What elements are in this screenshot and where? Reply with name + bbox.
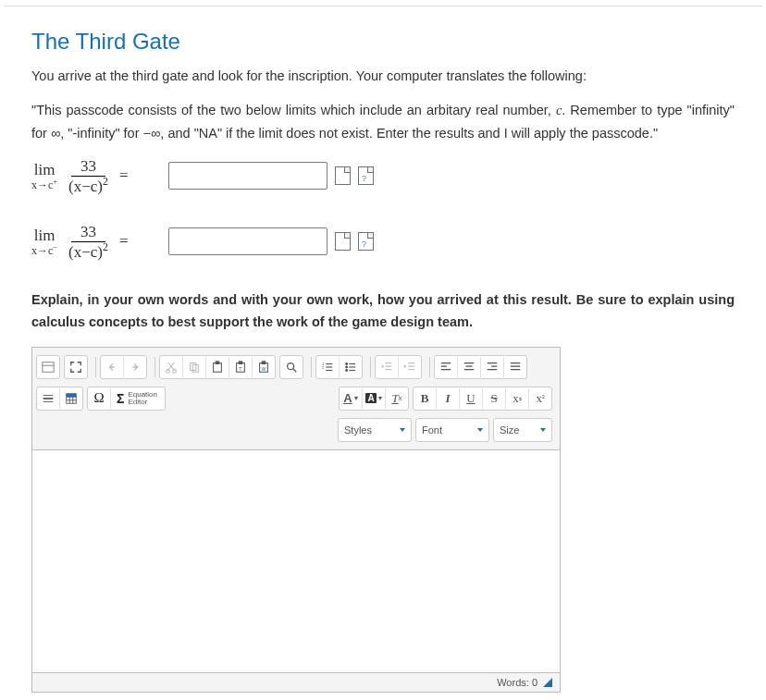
bg-color-button[interactable]: A▾ [362, 388, 385, 409]
bold-button[interactable]: B [414, 388, 436, 409]
rich-text-editor: T W 12 [31, 347, 561, 693]
align-right-icon[interactable] [480, 357, 503, 377]
editor-toolbar: T W 12 [32, 348, 560, 450]
help-answer-icon[interactable] [358, 232, 374, 251]
resize-grip-icon[interactable] [543, 678, 552, 687]
undo-icon[interactable] [101, 357, 123, 377]
italic-button[interactable]: I [436, 388, 459, 409]
superscript-button[interactable]: x² [528, 388, 551, 409]
help-answer-icon[interactable] [358, 166, 374, 185]
svg-point-26 [346, 369, 348, 371]
table-icon[interactable] [59, 388, 82, 409]
svg-rect-9 [239, 361, 242, 363]
copy-icon[interactable] [182, 357, 205, 377]
svg-rect-0 [43, 362, 54, 372]
passage-text: "This passcode consists of the two below… [31, 99, 735, 144]
maximize-icon[interactable] [65, 357, 87, 377]
preview-answer-icon[interactable] [335, 166, 351, 185]
intro-text: You arrive at the third gate and look fo… [31, 66, 735, 86]
svg-point-25 [346, 366, 348, 368]
underline-button[interactable]: U [459, 388, 482, 409]
equation-row-1: lim x→c+ 33 (x−c)2 = [31, 158, 735, 194]
size-select[interactable]: Size [493, 418, 552, 442]
editor-footer: Words: 0 [32, 672, 560, 692]
explain-prompt: Explain, in your own words and with your… [31, 289, 735, 334]
svg-rect-12 [262, 361, 266, 363]
font-select[interactable]: Font [415, 418, 489, 442]
answer-input-2[interactable] [168, 227, 327, 255]
strike-button[interactable]: S [482, 388, 505, 409]
numbered-list-icon[interactable]: 12 [316, 357, 339, 377]
svg-point-2 [167, 369, 170, 373]
horizontal-rule-icon[interactable] [37, 388, 59, 409]
svg-point-3 [173, 369, 177, 373]
answer-input-1[interactable] [168, 162, 327, 190]
remove-format-button[interactable]: Tx [385, 388, 408, 409]
align-center-icon[interactable] [457, 357, 480, 377]
equation-editor-button[interactable]: ΣEquation Editor [110, 388, 165, 409]
cut-icon[interactable] [160, 357, 182, 377]
preview-answer-icon[interactable] [335, 232, 351, 251]
align-left-icon[interactable] [435, 357, 457, 377]
svg-text:T: T [239, 365, 242, 371]
special-char-button[interactable]: Ω [88, 388, 110, 409]
limit-expression-2: lim x→c− 33 (x−c)2 = [31, 224, 161, 260]
paste-icon[interactable] [205, 357, 229, 377]
bullet-list-icon[interactable] [339, 357, 362, 377]
svg-rect-53 [67, 393, 77, 397]
svg-point-24 [346, 362, 348, 364]
styles-select[interactable]: Styles [338, 418, 412, 442]
svg-line-15 [293, 368, 297, 372]
svg-text:W: W [261, 365, 266, 371]
svg-text:2: 2 [322, 364, 325, 369]
paste-word-icon[interactable]: W [252, 357, 275, 377]
subscript-button[interactable]: x₂ [505, 388, 528, 409]
source-icon[interactable] [37, 357, 59, 377]
word-count: Words: 0 [497, 677, 537, 688]
page-title: The Third Gate [31, 29, 735, 55]
limit-expression-1: lim x→c+ 33 (x−c)2 = [31, 158, 161, 194]
indent-icon[interactable] [398, 357, 421, 377]
redo-icon[interactable] [123, 357, 146, 377]
outdent-icon[interactable] [376, 357, 398, 377]
svg-rect-7 [216, 361, 219, 363]
editor-textarea[interactable] [32, 450, 560, 672]
svg-point-14 [288, 362, 294, 369]
equation-row-2: lim x→c− 33 (x−c)2 = [31, 224, 735, 260]
svg-rect-6 [214, 362, 222, 372]
paste-text-icon[interactable]: T [229, 357, 252, 377]
find-icon[interactable] [280, 357, 303, 377]
align-justify-icon[interactable] [503, 357, 526, 377]
text-color-button[interactable]: A▾ [340, 388, 362, 409]
